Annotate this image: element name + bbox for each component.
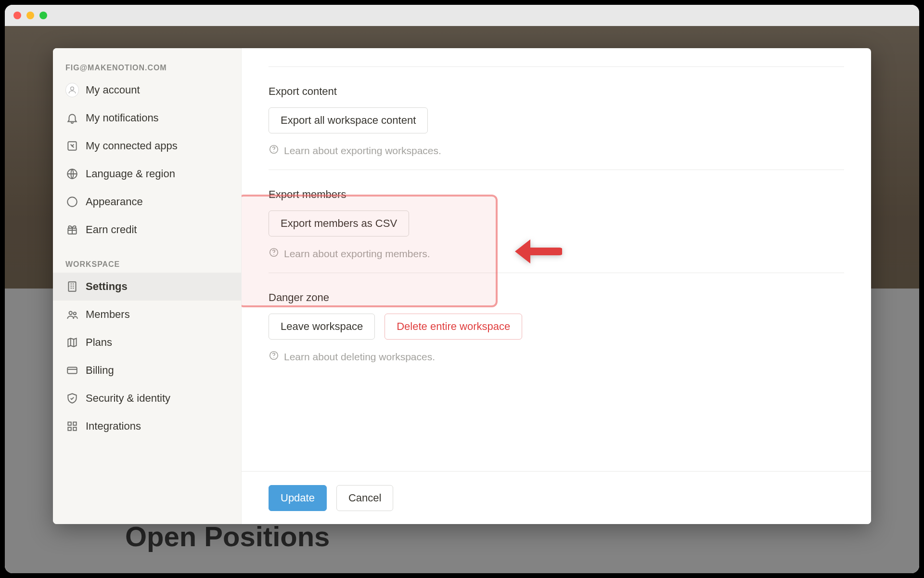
window-minimize-button[interactable] bbox=[26, 12, 34, 19]
delete-workspace-button[interactable]: Delete entire workspace bbox=[385, 314, 522, 340]
svg-rect-9 bbox=[68, 422, 71, 425]
window-titlebar bbox=[5, 5, 919, 26]
sidebar-item-label: Settings bbox=[86, 280, 229, 293]
card-icon bbox=[65, 364, 79, 377]
sidebar-item-my-account[interactable]: My account bbox=[53, 76, 241, 104]
help-text: Learn about exporting members. bbox=[284, 248, 430, 260]
settings-content: Export content Export all workspace cont… bbox=[242, 48, 871, 524]
svg-point-6 bbox=[69, 312, 73, 315]
sidebar-item-label: My connected apps bbox=[86, 140, 229, 152]
bell-icon bbox=[65, 111, 79, 125]
sidebar-item-label: Integrations bbox=[86, 420, 229, 433]
settings-scroll-area: Export content Export all workspace cont… bbox=[269, 66, 844, 376]
sidebar-item-label: Billing bbox=[86, 364, 229, 377]
sidebar-item-members[interactable]: Members bbox=[53, 301, 241, 328]
sidebar-item-billing[interactable]: Billing bbox=[53, 356, 241, 384]
leave-workspace-button[interactable]: Leave workspace bbox=[269, 314, 375, 340]
svg-point-0 bbox=[71, 87, 74, 90]
window-maximize-button[interactable] bbox=[39, 12, 47, 19]
settings-sidebar: FIG@MAKENOTION.COM My account My notific… bbox=[53, 48, 242, 524]
sidebar-item-connected-apps[interactable]: My connected apps bbox=[53, 132, 241, 160]
sidebar-item-label: My account bbox=[86, 84, 229, 96]
sidebar-item-label: Appearance bbox=[86, 196, 229, 208]
svg-rect-10 bbox=[73, 422, 77, 425]
sidebar-item-label: My notifications bbox=[86, 112, 229, 124]
apps-icon bbox=[65, 139, 79, 153]
sidebar-item-label: Earn credit bbox=[86, 223, 229, 236]
help-link-export-workspaces[interactable]: Learn about exporting workspaces. bbox=[269, 144, 844, 157]
svg-point-18 bbox=[273, 357, 274, 358]
moon-icon bbox=[65, 195, 79, 209]
section-heading: Export content bbox=[269, 85, 844, 98]
svg-rect-8 bbox=[67, 368, 77, 374]
svg-rect-11 bbox=[68, 427, 71, 431]
section-export-content: Export content Export all workspace cont… bbox=[269, 67, 844, 170]
section-heading: Danger zone bbox=[269, 291, 844, 304]
help-icon bbox=[269, 247, 279, 260]
help-icon bbox=[269, 350, 279, 363]
avatar bbox=[65, 83, 79, 97]
shield-icon bbox=[65, 392, 79, 405]
settings-modal: FIG@MAKENOTION.COM My account My notific… bbox=[53, 48, 871, 524]
section-heading: Export members bbox=[269, 188, 844, 201]
sidebar-item-language-region[interactable]: Language & region bbox=[53, 160, 241, 188]
cancel-button[interactable]: Cancel bbox=[336, 485, 393, 511]
sidebar-item-notifications[interactable]: My notifications bbox=[53, 104, 241, 132]
export-members-csv-button[interactable]: Export members as CSV bbox=[269, 210, 409, 236]
help-link-delete-workspaces[interactable]: Learn about deleting workspaces. bbox=[269, 350, 844, 363]
sidebar-item-label: Language & region bbox=[86, 168, 229, 180]
gift-icon bbox=[65, 223, 79, 236]
svg-point-16 bbox=[273, 254, 274, 255]
section-danger-zone: Danger zone Leave workspace Delete entir… bbox=[269, 273, 844, 376]
export-all-content-button[interactable]: Export all workspace content bbox=[269, 107, 428, 133]
modal-footer: Update Cancel bbox=[242, 471, 871, 524]
svg-rect-5 bbox=[68, 282, 76, 291]
sidebar-item-security[interactable]: Security & identity bbox=[53, 384, 241, 412]
svg-point-14 bbox=[273, 151, 274, 152]
update-button[interactable]: Update bbox=[269, 485, 327, 511]
help-icon bbox=[269, 144, 279, 157]
sidebar-account-label: FIG@MAKENOTION.COM bbox=[53, 61, 241, 76]
members-icon bbox=[65, 308, 79, 321]
sidebar-item-label: Members bbox=[86, 308, 229, 321]
grid-icon bbox=[65, 420, 79, 433]
svg-point-7 bbox=[74, 312, 76, 315]
annotation-arrow-left-icon bbox=[509, 232, 562, 271]
svg-point-3 bbox=[67, 197, 77, 207]
building-icon bbox=[65, 280, 79, 293]
sidebar-workspace-label: WORKSPACE bbox=[53, 257, 241, 273]
window-close-button[interactable] bbox=[13, 12, 21, 19]
map-icon bbox=[65, 336, 79, 349]
sidebar-item-label: Security & identity bbox=[86, 392, 229, 405]
svg-rect-12 bbox=[73, 427, 77, 431]
sidebar-item-earn-credit[interactable]: Earn credit bbox=[53, 216, 241, 244]
browser-window: Open Positions FIG@MAKENOTION.COM My acc… bbox=[5, 5, 919, 573]
sidebar-item-integrations[interactable]: Integrations bbox=[53, 412, 241, 440]
sidebar-item-appearance[interactable]: Appearance bbox=[53, 188, 241, 216]
globe-icon bbox=[65, 167, 79, 181]
sidebar-item-plans[interactable]: Plans bbox=[53, 328, 241, 356]
sidebar-item-label: Plans bbox=[86, 336, 229, 349]
sidebar-item-settings[interactable]: Settings bbox=[53, 273, 241, 301]
help-text: Learn about deleting workspaces. bbox=[284, 351, 435, 363]
help-text: Learn about exporting workspaces. bbox=[284, 145, 441, 157]
